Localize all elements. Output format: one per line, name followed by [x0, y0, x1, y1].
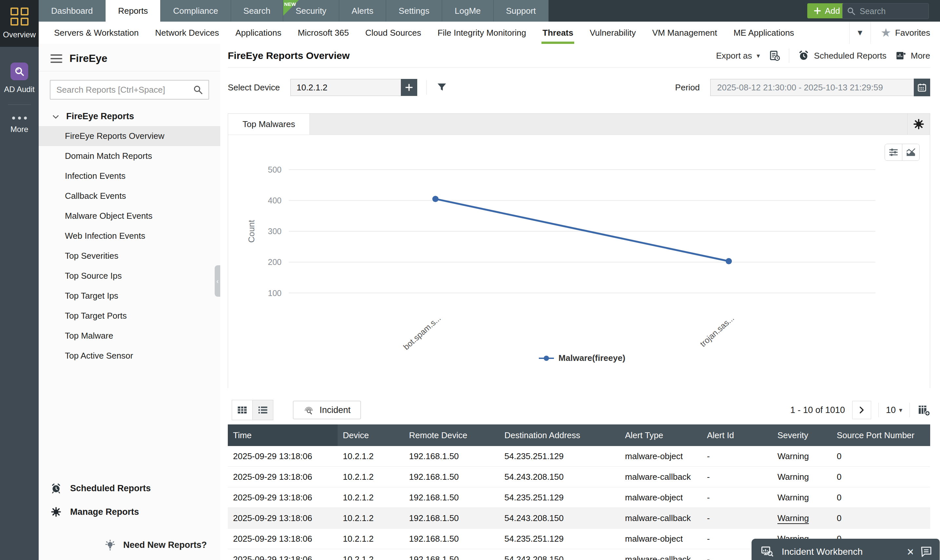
incident-workbench-popup[interactable]: Incident Workbench ✕ — [752, 539, 923, 560]
rail-item-ad-audit[interactable]: AD Audit — [0, 63, 39, 94]
sidebar-item-top-source-ips[interactable]: Top Source Ips — [39, 266, 220, 286]
rail-item-overview[interactable]: Overview — [0, 0, 39, 47]
sidebar-item-fireeye-reports-overview[interactable]: FireEye Reports Overview — [39, 126, 220, 146]
subnav-tab-applications[interactable]: Applications — [227, 22, 289, 44]
subnav-tab-label: ME Applications — [733, 28, 794, 38]
topnav-tab-compliance[interactable]: Compliance — [161, 0, 231, 22]
plus-icon — [404, 83, 414, 92]
sidebar-item-top-active-sensor[interactable]: Top Active Sensor — [39, 346, 220, 366]
device-input[interactable] — [290, 79, 401, 96]
page-size-select[interactable]: 10 ▾ — [886, 405, 902, 415]
report-search-input[interactable] — [56, 85, 193, 95]
export-schedule-button[interactable] — [769, 50, 780, 62]
chart-type-button[interactable] — [902, 144, 919, 160]
sidebar-scheduled-reports[interactable]: Scheduled Reports — [39, 483, 151, 494]
sidebar-item-malware-object-events[interactable]: Malware Object Events — [39, 206, 220, 226]
column-header-alert-id[interactable]: Alert Id — [702, 425, 772, 446]
period-group: Period — [675, 78, 930, 96]
need-new-reports-link[interactable]: Need New Reports? — [104, 539, 207, 551]
tab-top-malwares[interactable]: Top Malwares — [228, 114, 310, 135]
subnav-tab-network-devices[interactable]: Network Devices — [147, 22, 227, 44]
subnav-tab-servers-workstation[interactable]: Servers & Workstation — [46, 22, 147, 44]
chart-area: 500400300200100Countbot.spam.s...trojan.… — [228, 135, 930, 388]
table-header-row: TimeDeviceRemote DeviceDestination Addre… — [228, 425, 930, 446]
next-page-button[interactable] — [852, 401, 871, 419]
column-header-destination-address[interactable]: Destination Address — [499, 425, 620, 446]
topnav-tab-label: Security — [296, 6, 326, 16]
subnav-tab-vm-management[interactable]: VM Management — [644, 22, 725, 44]
subnav-tab-vulnerability[interactable]: Vulnerability — [582, 22, 644, 44]
column-header-alert-type[interactable]: Alert Type — [620, 425, 702, 446]
add-device-button[interactable] — [401, 79, 417, 96]
report-list: FireEye Reports OverviewDomain Match Rep… — [39, 126, 220, 366]
sidebar-item-top-target-ports[interactable]: Top Target Ports — [39, 306, 220, 326]
topnav-tab-support[interactable]: Support — [494, 0, 549, 22]
sidebar-item-web-infection-events[interactable]: Web Infection Events — [39, 226, 220, 246]
incident-button[interactable]: Incident — [293, 401, 361, 419]
topnav-tab-reports[interactable]: Reports — [105, 0, 161, 22]
hamburger-menu-icon[interactable] — [51, 54, 62, 63]
report-group-fireeye-reports[interactable]: FireEye Reports — [39, 100, 220, 126]
column-header-severity[interactable]: Severity — [772, 425, 832, 446]
sidebar-manage-reports[interactable]: Manage Reports — [39, 506, 139, 517]
add-column-icon[interactable] — [917, 403, 930, 417]
pager-divider-2 — [909, 403, 910, 417]
topnav-tab-alerts[interactable]: Alerts — [339, 0, 386, 22]
sidebar-item-top-malware[interactable]: Top Malware — [39, 326, 220, 346]
table-row[interactable]: 2025-09-29 13:18:0610.2.1.2192.168.1.505… — [228, 487, 930, 508]
topnav-tab-security[interactable]: NEWSecurity — [283, 0, 339, 22]
sidebar-collapse-handle[interactable]: ‹ — [215, 265, 220, 297]
topnav-tab-logme[interactable]: LogMe — [442, 0, 494, 22]
report-search-box[interactable] — [50, 80, 209, 100]
subnav-tab-threats[interactable]: Threats — [534, 22, 582, 44]
sidebar-item-top-target-ips[interactable]: Top Target Ips — [39, 286, 220, 306]
global-search-box[interactable] — [842, 3, 929, 19]
global-search-input[interactable] — [859, 6, 925, 16]
sidebar-item-callback-events[interactable]: Callback Events — [39, 186, 220, 206]
export-as-button[interactable]: Export as ▾ — [716, 51, 760, 61]
subnav-overflow-button[interactable]: ▼ — [849, 22, 871, 44]
topnav-tab-settings[interactable]: Settings — [386, 0, 442, 22]
more-button[interactable]: More — [895, 50, 930, 61]
column-header-source-port-number[interactable]: Source Port Number — [832, 425, 930, 446]
sidebar-item-domain-match-reports[interactable]: Domain Match Reports — [39, 146, 220, 166]
column-header-device[interactable]: Device — [338, 425, 404, 446]
topnav-tab-label: Support — [506, 6, 536, 16]
incident-label: Incident — [320, 405, 351, 415]
column-header-time[interactable]: Time — [228, 425, 338, 446]
svg-text:Count: Count — [247, 220, 256, 243]
subnav-tab-microsoft-365[interactable]: Microsoft 365 — [289, 22, 357, 44]
column-header-remote-device[interactable]: Remote Device — [404, 425, 499, 446]
chart-legend-item[interactable]: Malware(fireeye) — [289, 353, 875, 363]
subnav-tab-me-applications[interactable]: ME Applications — [725, 22, 803, 44]
table-row[interactable]: 2025-09-29 13:18:0610.2.1.2192.168.1.505… — [228, 467, 930, 487]
table-row[interactable]: 2025-09-29 13:18:0610.2.1.2192.168.1.505… — [228, 508, 930, 529]
calendar-button[interactable] — [914, 78, 930, 96]
scheduled-reports-button[interactable]: Scheduled Reports — [798, 50, 887, 62]
rail-item-more[interactable]: More — [0, 117, 39, 134]
favorites-button[interactable]: ★ Favorites — [871, 27, 940, 38]
topnav-tab-search[interactable]: Search — [231, 0, 283, 22]
card-settings-button[interactable] — [907, 114, 930, 135]
manage-reports-label: Manage Reports — [70, 507, 139, 517]
chat-widget-button[interactable] — [913, 539, 940, 560]
cell-alert-type: malware-callback — [620, 508, 702, 529]
period-input[interactable] — [710, 79, 914, 96]
list-view-button[interactable] — [253, 400, 273, 420]
grid-view-button[interactable] — [232, 400, 253, 420]
need-new-reports-label: Need New Reports? — [123, 540, 207, 550]
cell-alert-type: malware-object — [620, 446, 702, 467]
subnav-tab-file-integrity-monitoring[interactable]: File Integrity Monitoring — [429, 22, 534, 44]
chart-settings-button[interactable] — [885, 144, 902, 160]
plus-icon — [813, 6, 822, 15]
sidebar-item-infection-events[interactable]: Infection Events — [39, 166, 220, 186]
workbench-icon — [760, 545, 775, 559]
subnav-tab-label: VM Management — [652, 28, 717, 38]
table-row[interactable]: 2025-09-29 13:18:0610.2.1.2192.168.1.505… — [228, 446, 930, 467]
subnav-tab-cloud-sources[interactable]: Cloud Sources — [357, 22, 430, 44]
topnav-tab-dashboard[interactable]: Dashboard — [39, 0, 105, 22]
sidebar-item-top-severities[interactable]: Top Severities — [39, 246, 220, 266]
add-button[interactable]: Add — [807, 3, 846, 18]
cell-remote-device: 192.168.1.50 — [404, 487, 499, 508]
filter-funnel-icon[interactable] — [436, 82, 448, 93]
